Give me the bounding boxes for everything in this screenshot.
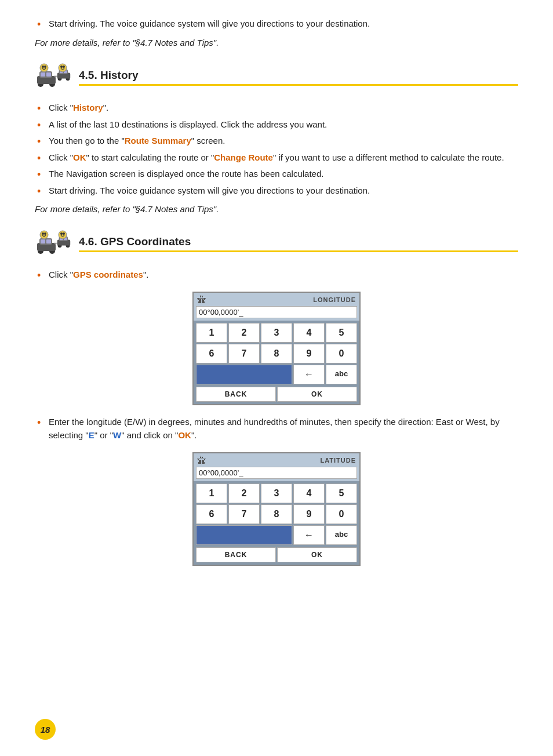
svg-point-14 — [42, 66, 44, 68]
intro-note: For more details, refer to "§4.7 Notes a… — [35, 37, 518, 50]
keypad-lat-key-4[interactable]: 4 — [293, 484, 325, 503]
keypad-back-button[interactable]: BACK — [196, 387, 276, 402]
keypad-ok-button[interactable]: OK — [277, 387, 357, 402]
longitude-keypad-wrapper: 🛣 LONGITUDE 00°00,0000'_ 1 2 3 4 5 6 7 8… — [35, 292, 518, 405]
svg-point-33 — [42, 232, 44, 235]
keypad-nav-icon-lat: 🛣 — [197, 455, 206, 466]
history-link: History — [73, 103, 103, 112]
keypad-latitude-input[interactable]: 00°00,0000'_ — [196, 467, 357, 479]
keypad-longitude-input[interactable]: 00°00,0000'_ — [196, 306, 357, 318]
keypad-nav-icon: 🛣 — [197, 295, 206, 305]
history-bullet-3: You then go to the "Route Summary" scree… — [35, 135, 518, 148]
keypad-lat-key-5[interactable]: 5 — [326, 484, 357, 503]
section-45-heading: ⇌ 4.5. History — [35, 63, 518, 91]
svg-rect-5 — [46, 72, 51, 77]
history-bullet-5: The Navigation screen is displayed once … — [35, 168, 518, 181]
keypad-lat-key-7[interactable]: 7 — [228, 504, 260, 524]
ok-link-1: OK — [73, 152, 86, 162]
keypad-key-8[interactable]: 8 — [261, 344, 292, 364]
keypad-key-6[interactable]: 6 — [196, 344, 227, 364]
direction-e-link: E — [89, 430, 94, 440]
keypad-key-4[interactable]: 4 — [293, 323, 325, 343]
keypad-latitude-footer: BACK OK — [194, 546, 359, 565]
section-icon-history: ⇌ — [35, 63, 72, 91]
longitude-instruction-bullet: Enter the longitude (E/W) in degrees, mi… — [35, 416, 518, 442]
svg-rect-24 — [46, 239, 51, 243]
history-bullet-list: Click "History". A list of the last 10 d… — [35, 101, 518, 197]
keypad-lat-back-button[interactable]: BACK — [196, 547, 276, 562]
section-46-title-wrapper: 4.6. GPS Coordinates — [79, 235, 518, 252]
keypad-lat-abc-button[interactable]: abc — [326, 525, 357, 545]
keypad-lat-key-3[interactable]: 3 — [261, 484, 292, 503]
longitude-keypad: 🛣 LONGITUDE 00°00,0000'_ 1 2 3 4 5 6 7 8… — [192, 292, 361, 405]
keypad-backspace-button[interactable]: ← — [293, 365, 325, 384]
keypad-key-2[interactable]: 2 — [228, 323, 260, 343]
svg-point-17 — [60, 66, 63, 68]
keypad-longitude-label: LONGITUDE — [313, 296, 356, 303]
svg-point-15 — [44, 66, 46, 68]
keypad-lat-key-1[interactable]: 1 — [196, 484, 227, 503]
svg-point-34 — [44, 232, 46, 235]
ok-link-gps: OK — [178, 430, 191, 440]
section-45-title: 4.5. History — [79, 69, 138, 81]
keypad-latitude-label: LATITUDE — [320, 457, 356, 464]
svg-point-32 — [40, 231, 48, 239]
keypad-longitude-grid: 1 2 3 4 5 6 7 8 9 0 — [194, 321, 359, 365]
gps-bullet-list: Click "GPS coordinates". — [35, 268, 518, 282]
keypad-lat-key-6[interactable]: 6 — [196, 504, 227, 524]
history-bullet-2: A list of the last 10 destinations is di… — [35, 118, 518, 132]
svg-point-36 — [60, 232, 63, 235]
history-bullet-4: Click "OK" to start calculating the rout… — [35, 151, 518, 165]
latitude-keypad: 🛣 LATITUDE 00°00,0000'_ 1 2 3 4 5 6 7 8 … — [192, 452, 361, 566]
keypad-lat-ok-button[interactable]: OK — [277, 547, 357, 562]
keypad-latitude-bottom: ← abc — [194, 525, 359, 546]
svg-point-13 — [40, 64, 48, 72]
keypad-key-7[interactable]: 7 — [228, 344, 260, 364]
keypad-lat-empty-wide — [196, 525, 292, 545]
direction-w-link: W — [113, 430, 121, 440]
svg-rect-23 — [41, 239, 45, 243]
page-number: 18 — [35, 719, 56, 740]
route-summary-link: Route Summary — [125, 136, 191, 146]
latitude-keypad-wrapper: 🛣 LATITUDE 00°00,0000'_ 1 2 3 4 5 6 7 8 … — [35, 452, 518, 566]
intro-bullet-text: Start driving. The voice guidance system… — [49, 19, 370, 28]
section-45-title-wrapper: 4.5. History — [79, 69, 518, 86]
history-bullet-6: Start driving. The voice guidance system… — [35, 184, 518, 198]
section-46-title: 4.6. GPS Coordinates — [79, 235, 191, 248]
keypad-latitude-header: 🛣 LATITUDE — [194, 453, 359, 466]
svg-rect-4 — [41, 72, 45, 77]
section-46-heading: ⇌ 4.6. GPS Coordinates — [35, 230, 518, 258]
svg-point-16 — [59, 64, 67, 72]
longitude-instruction-list: Enter the longitude (E/W) in degrees, mi… — [35, 416, 518, 442]
svg-point-35 — [59, 231, 67, 239]
keypad-longitude-footer: BACK OK — [194, 386, 359, 404]
keypad-lat-key-2[interactable]: 2 — [228, 484, 260, 503]
change-route-link: Change Route — [214, 152, 273, 162]
keypad-longitude-bottom: ← abc — [194, 365, 359, 386]
history-bullet-1: Click "History". — [35, 101, 518, 115]
keypad-lat-key-0[interactable]: 0 — [326, 504, 357, 524]
keypad-empty-wide — [196, 365, 292, 384]
keypad-key-5[interactable]: 5 — [326, 323, 357, 343]
gps-bullet-1: Click "GPS coordinates". — [35, 268, 518, 282]
keypad-lat-key-9[interactable]: 9 — [293, 504, 325, 524]
keypad-key-9[interactable]: 9 — [293, 344, 325, 364]
svg-point-18 — [63, 66, 65, 68]
keypad-lat-key-8[interactable]: 8 — [261, 504, 292, 524]
intro-bullet-list: Start driving. The voice guidance system… — [35, 17, 518, 31]
history-note: For more details, refer to "§4.7 Notes a… — [35, 203, 518, 216]
keypad-key-1[interactable]: 1 — [196, 323, 227, 343]
intro-bullet-item: Start driving. The voice guidance system… — [35, 17, 518, 31]
keypad-key-3[interactable]: 3 — [261, 323, 292, 343]
keypad-longitude-header: 🛣 LONGITUDE — [194, 293, 359, 305]
keypad-latitude-grid: 1 2 3 4 5 6 7 8 9 0 — [194, 481, 359, 525]
keypad-key-0[interactable]: 0 — [326, 344, 357, 364]
keypad-abc-button[interactable]: abc — [326, 365, 357, 384]
svg-point-37 — [63, 232, 65, 235]
gps-coordinates-link: GPS coordinates — [73, 270, 143, 279]
keypad-lat-backspace-button[interactable]: ← — [293, 525, 325, 545]
section-icon-gps: ⇌ — [35, 230, 72, 258]
